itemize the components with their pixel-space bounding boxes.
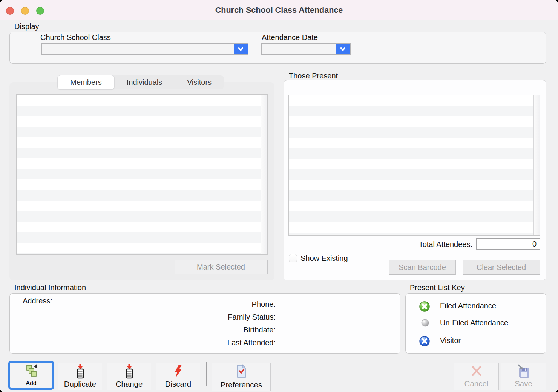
- toolbar-separator: [206, 362, 207, 386]
- unfiled-attendance-label: Un-Filed Attendance: [440, 318, 508, 327]
- those-present-list-scrollbar[interactable]: [533, 95, 540, 235]
- tab-individuals[interactable]: Individuals: [114, 75, 175, 89]
- discard-button-label: Discard: [165, 380, 192, 388]
- list-tabs: Members Individuals Visitors: [58, 75, 224, 89]
- add-button[interactable]: Add: [8, 361, 54, 390]
- discard-button[interactable]: Discard: [156, 363, 200, 390]
- members-list[interactable]: [16, 94, 268, 255]
- duplicate-button-label: Duplicate: [64, 380, 96, 388]
- individual-info-group-label: Individual Information: [14, 283, 86, 292]
- add-icon: [24, 364, 39, 380]
- chevron-down-icon[interactable]: [336, 44, 350, 54]
- cancel-button-label: Cancel: [464, 380, 489, 388]
- cancel-button[interactable]: Cancel: [454, 363, 499, 390]
- tab-visitors[interactable]: Visitors: [175, 75, 224, 89]
- filed-attendance-label: Filed Attendance: [440, 302, 496, 310]
- change-button-label: Change: [116, 380, 143, 388]
- window-title: Church School Class Attendance: [0, 0, 558, 20]
- clear-selected-button[interactable]: Clear Selected: [463, 260, 540, 275]
- preferences-button-label: Preferences: [221, 381, 262, 389]
- attendance-date-select[interactable]: [261, 43, 351, 55]
- show-existing-label: Show Existing: [300, 254, 348, 263]
- members-list-scrollbar[interactable]: [261, 95, 267, 254]
- add-button-label: Add: [26, 380, 36, 387]
- change-icon: [124, 364, 134, 380]
- last-attended-label: Last Attended:: [162, 338, 276, 347]
- preferences-icon: [236, 364, 247, 380]
- members-list-rows: [17, 95, 261, 254]
- total-attendees-field[interactable]: 0: [476, 238, 540, 250]
- display-group-label: Display: [14, 22, 39, 31]
- present-list-key-group-label: Present List Key: [410, 283, 465, 292]
- scan-barcode-button[interactable]: Scan Barcode: [389, 260, 456, 275]
- discard-icon: [173, 364, 184, 380]
- visitor-icon: [419, 336, 430, 348]
- chevron-down-icon[interactable]: [234, 44, 248, 54]
- attendance-date-label: Attendance Date: [262, 33, 318, 42]
- unfiled-attendance-icon: [421, 319, 429, 328]
- save-icon: [517, 364, 530, 380]
- tab-members[interactable]: Members: [58, 75, 114, 89]
- title-bar: Church School Class Attendance: [0, 0, 558, 20]
- save-button-label: Save: [515, 380, 532, 388]
- those-present-group-label: Those Present: [289, 72, 338, 80]
- show-existing-checkbox[interactable]: [289, 254, 297, 262]
- phone-label: Phone:: [162, 300, 276, 309]
- address-label: Address:: [23, 297, 52, 305]
- birthdate-label: Birthdate:: [162, 326, 276, 334]
- church-school-class-select[interactable]: [41, 43, 248, 55]
- preferences-button[interactable]: Preferences: [212, 363, 271, 391]
- duplicate-icon: [75, 364, 85, 380]
- filed-attendance-icon: [419, 301, 430, 313]
- church-school-class-label: Church School Class: [40, 33, 111, 42]
- duplicate-button[interactable]: Duplicate: [58, 363, 102, 390]
- visitor-label: Visitor: [440, 336, 461, 345]
- save-button[interactable]: Save: [501, 363, 546, 390]
- those-present-list-rows: [289, 95, 533, 235]
- total-attendees-label: Total Attendees:: [387, 240, 472, 249]
- app-window: Church School Class Attendance Display C…: [0, 0, 558, 392]
- those-present-list[interactable]: [288, 95, 540, 236]
- change-button[interactable]: Change: [107, 363, 151, 390]
- mark-selected-button[interactable]: Mark Selected: [175, 260, 268, 274]
- cancel-icon: [471, 364, 483, 379]
- family-status-label: Family Status:: [162, 313, 276, 322]
